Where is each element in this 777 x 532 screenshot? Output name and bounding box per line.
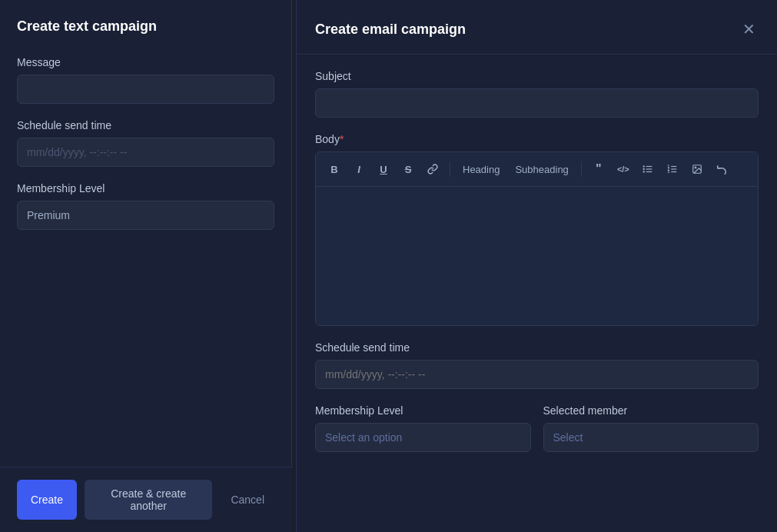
selected-member-select[interactable]: Select	[543, 423, 759, 452]
membership-level-input[interactable]	[17, 201, 274, 230]
svg-rect-9	[671, 168, 676, 169]
fg-membership-group: Membership Level Select an option	[315, 404, 531, 452]
text-campaign-modal: Create text campaign Message Schedule se…	[0, 0, 292, 532]
body-group: Body* B I U S Heading Subhea	[315, 133, 759, 326]
close-icon[interactable]: ✕	[739, 17, 759, 42]
toolbar-separator-2	[581, 161, 582, 177]
email-campaign-header: Create email campaign ✕	[297, 0, 777, 55]
cancel-button[interactable]: Cancel	[220, 480, 275, 520]
quote-button[interactable]: "	[588, 158, 609, 180]
svg-rect-11	[671, 171, 676, 172]
fg-schedule-time-input[interactable]	[315, 360, 759, 389]
heading-button[interactable]: Heading	[457, 161, 506, 178]
svg-rect-5	[646, 171, 652, 172]
link-button[interactable]	[422, 158, 443, 180]
undo-button[interactable]	[711, 158, 732, 180]
text-campaign-title: Create text campaign	[17, 18, 274, 35]
bullet-list-button[interactable]	[637, 158, 659, 180]
rich-text-editor: B I U S Heading Subheading " <	[315, 151, 759, 326]
svg-rect-1	[646, 166, 652, 167]
subject-input[interactable]	[315, 88, 759, 118]
fg-schedule-time-group: Schedule send time	[315, 341, 759, 389]
svg-rect-3	[646, 168, 652, 169]
membership-level-col: Membership Level Select an option	[315, 404, 531, 467]
selected-member-col: Selected member Select	[543, 404, 759, 467]
membership-level-group: Membership Level	[17, 182, 274, 230]
fg-schedule-time-label: Schedule send time	[315, 341, 759, 354]
svg-point-13	[695, 167, 696, 168]
svg-point-2	[643, 168, 644, 170]
bold-button[interactable]: B	[324, 158, 345, 180]
schedule-time-input[interactable]	[17, 138, 274, 167]
text-campaign-footer: Create Create & create another Cancel	[0, 467, 292, 532]
svg-point-4	[643, 171, 644, 172]
schedule-time-group: Schedule send time	[17, 119, 274, 167]
membership-level-label: Membership Level	[17, 182, 274, 195]
body-label: Body*	[315, 133, 759, 145]
membership-level-select[interactable]: Select an option	[315, 423, 531, 452]
create-and-create-another-button[interactable]: Create & create another	[85, 480, 212, 520]
message-group: Message	[17, 56, 274, 104]
fg-selected-member-label: Selected member	[543, 404, 759, 417]
fg-membership-label: Membership Level	[315, 404, 531, 417]
svg-point-0	[643, 165, 644, 167]
italic-button[interactable]: I	[348, 158, 370, 180]
message-input[interactable]	[17, 75, 274, 104]
create-button[interactable]: Create	[17, 480, 77, 520]
email-campaign-modal: Create email campaign ✕ Subject Body* B …	[296, 0, 777, 532]
fg-selected-member-group: Selected member Select	[543, 404, 759, 452]
toolbar-separator-1	[450, 161, 450, 177]
schedule-time-label: Schedule send time	[17, 119, 274, 131]
editor-toolbar: B I U S Heading Subheading " <	[316, 152, 758, 187]
numbered-list-button[interactable]: 1 2 3	[662, 158, 683, 180]
email-campaign-title: Create email campaign	[315, 22, 466, 38]
strikethrough-button[interactable]: S	[397, 158, 419, 180]
subject-label: Subject	[315, 70, 759, 82]
required-indicator: *	[340, 133, 344, 145]
membership-row: Membership Level Select an option Select…	[315, 404, 759, 467]
email-campaign-body: Subject Body* B I U S	[297, 55, 777, 483]
subheading-button[interactable]: Subheading	[509, 161, 574, 178]
body-editor[interactable]	[316, 187, 758, 325]
code-button[interactable]: </>	[613, 158, 634, 180]
underline-button[interactable]: U	[373, 158, 394, 180]
message-label: Message	[17, 56, 274, 68]
svg-rect-7	[671, 166, 676, 167]
image-button[interactable]	[686, 158, 708, 180]
svg-text:3: 3	[667, 170, 669, 174]
subject-group: Subject	[315, 70, 759, 118]
